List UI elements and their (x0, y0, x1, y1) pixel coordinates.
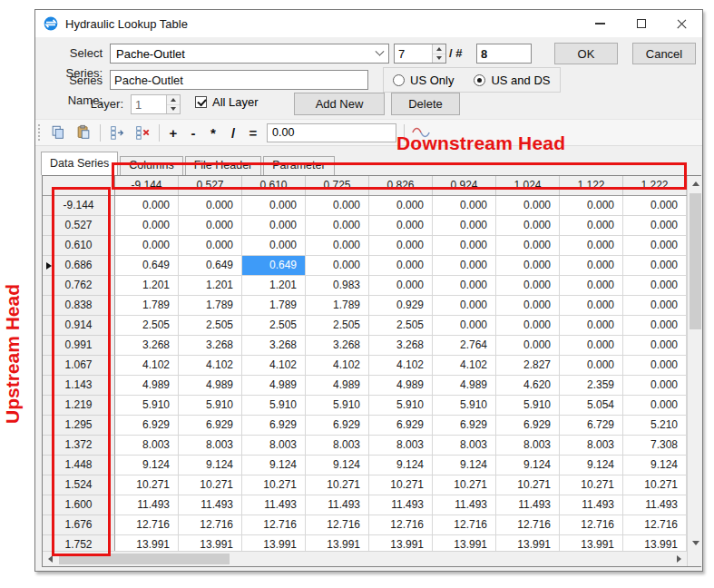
grid-cell[interactable]: 0.000 (433, 276, 496, 296)
grid-cell[interactable]: 4.989 (242, 376, 306, 396)
grid-cell[interactable]: 0.000 (496, 316, 560, 336)
grid-cell[interactable]: 2.764 (433, 336, 496, 356)
grid-cell[interactable]: 0.000 (623, 376, 687, 396)
grid-cell[interactable]: 7.308 (623, 436, 687, 456)
grid-cell[interactable]: 9.124 (179, 456, 242, 475)
grid-cell[interactable]: 1.789 (306, 296, 369, 316)
grid-cell[interactable]: 13.991 (306, 535, 369, 551)
grid-cell[interactable]: 4.989 (115, 376, 179, 396)
grid-cell[interactable]: 13.991 (560, 535, 623, 551)
tab-data-series[interactable]: Data Series (41, 152, 118, 175)
grid-cell[interactable]: 9.124 (306, 456, 369, 475)
grid-cell[interactable]: 12.716 (369, 515, 433, 535)
grid-cell[interactable]: 0.000 (433, 316, 496, 336)
grid-cell[interactable]: 0.000 (115, 236, 179, 256)
grid-cell[interactable]: 12.716 (433, 515, 496, 535)
grid-cell[interactable]: 13.991 (179, 535, 242, 551)
grid-cell[interactable]: 8.003 (369, 436, 433, 456)
grid-cell[interactable]: 0.000 (179, 216, 242, 236)
grid-cell[interactable]: 0.000 (560, 336, 623, 356)
grid-cell[interactable]: 11.493 (242, 495, 306, 515)
grid-cell[interactable]: 0.000 (496, 196, 560, 216)
grid-cell[interactable]: 1.789 (115, 296, 179, 316)
series-number-input[interactable] (395, 44, 432, 63)
spin-up-button[interactable] (433, 44, 445, 54)
grid-cell[interactable]: 8.003 (496, 436, 560, 456)
grid-cell[interactable]: 5.910 (115, 396, 179, 416)
grid-cell[interactable]: 11.493 (306, 495, 369, 515)
grid-cell[interactable]: 3.268 (179, 336, 242, 356)
grid-cell[interactable]: 6.929 (179, 416, 242, 436)
grid-cell[interactable]: 0.000 (560, 316, 623, 336)
minimize-button[interactable] (580, 10, 621, 37)
grid-cell[interactable]: 0.000 (433, 236, 496, 256)
grid-cell[interactable]: 0.000 (496, 296, 560, 316)
grid-cell[interactable]: 8.003 (560, 436, 623, 456)
grid-cell[interactable]: 10.271 (115, 475, 179, 495)
grid-cell[interactable]: 0.000 (560, 196, 623, 216)
grid-cell[interactable]: 0.000 (242, 216, 306, 236)
vertical-scrollbar[interactable] (687, 176, 702, 566)
grid-cell[interactable]: 0.649 (179, 256, 242, 276)
grid-cell[interactable]: 9.124 (369, 456, 433, 475)
scroll-right-button[interactable] (671, 552, 687, 566)
grid-cell[interactable]: 9.124 (242, 456, 306, 475)
grid-cell[interactable]: 0.000 (306, 236, 369, 256)
grid-cell[interactable]: 11.493 (179, 495, 242, 515)
grid-cell[interactable]: 6.929 (306, 416, 369, 436)
layer-spin-down-button[interactable] (167, 105, 180, 114)
grid-cell[interactable]: 5.910 (433, 396, 496, 416)
grid-cell[interactable]: 9.124 (433, 456, 496, 475)
grid-cell[interactable]: 4.102 (433, 356, 496, 376)
grid-cell[interactable]: 11.493 (623, 495, 687, 515)
delete-button[interactable]: Delete (391, 93, 460, 115)
grid-cell[interactable]: 12.716 (179, 515, 242, 535)
grid-cell[interactable]: 0.000 (623, 316, 687, 336)
grid-cell[interactable]: 5.910 (369, 396, 433, 416)
grid-cell[interactable]: 3.268 (115, 336, 179, 356)
grid-cell[interactable]: 10.271 (560, 475, 623, 495)
grid-cell[interactable]: 10.271 (433, 475, 496, 495)
grid-cell[interactable]: 4.102 (115, 356, 179, 376)
grid-cell[interactable]: 0.649 (115, 256, 179, 276)
grid-cell[interactable]: 0.000 (496, 236, 560, 256)
grid-cell[interactable]: 0.000 (179, 196, 242, 216)
grid-cell[interactable]: 12.716 (560, 515, 623, 535)
grid-cell[interactable]: 8.003 (306, 436, 369, 456)
grid-cell[interactable]: 3.268 (242, 336, 306, 356)
grid-cell[interactable]: 11.493 (496, 495, 560, 515)
grid-cell[interactable]: 0.000 (623, 196, 687, 216)
grid-cell[interactable]: 0.000 (623, 396, 687, 416)
grid-cell[interactable]: 0.000 (433, 216, 496, 236)
grid-cell[interactable]: 0.000 (433, 256, 496, 276)
grid-cell[interactable]: 13.991 (433, 535, 496, 551)
grid-cell[interactable]: 3.268 (306, 336, 369, 356)
insert-row-button[interactable] (107, 122, 127, 142)
grid-cell[interactable]: 5.910 (306, 396, 369, 416)
grid-cell[interactable]: 0.000 (496, 276, 560, 296)
grid-cell[interactable]: 4.102 (179, 356, 242, 376)
horizontal-scrollbar[interactable] (43, 551, 687, 566)
grid-cell[interactable]: 0.000 (115, 216, 179, 236)
grid-cell[interactable]: 10.271 (496, 475, 560, 495)
grid-cell[interactable]: 2.827 (496, 356, 560, 376)
maximize-button[interactable] (621, 10, 661, 37)
grid-cell[interactable]: 13.991 (496, 535, 560, 551)
grid-cell[interactable]: 4.102 (369, 356, 433, 376)
grid-cell[interactable]: 12.716 (115, 515, 179, 535)
grid-cell[interactable]: 4.989 (433, 376, 496, 396)
grid-cell[interactable]: 1.201 (115, 276, 179, 296)
grid-cell[interactable]: 13.991 (115, 535, 179, 551)
ok-button[interactable]: OK (554, 43, 618, 64)
grid-cell[interactable]: 0.000 (369, 256, 433, 276)
grid-cell[interactable]: 0.649 (242, 256, 306, 276)
grid-cell[interactable]: 11.493 (369, 495, 433, 515)
grid-cell[interactable]: 0.000 (623, 216, 687, 236)
radio-us-only[interactable]: US Only (393, 74, 454, 87)
add-new-button[interactable]: Add New (294, 93, 385, 115)
grid-cell[interactable]: 0.000 (369, 196, 433, 216)
vertical-scrollbar-thumb[interactable] (690, 193, 701, 329)
grid-cell[interactable]: 8.003 (115, 436, 179, 456)
series-name-input[interactable] (110, 70, 368, 90)
grid-cell[interactable]: 4.989 (179, 376, 242, 396)
